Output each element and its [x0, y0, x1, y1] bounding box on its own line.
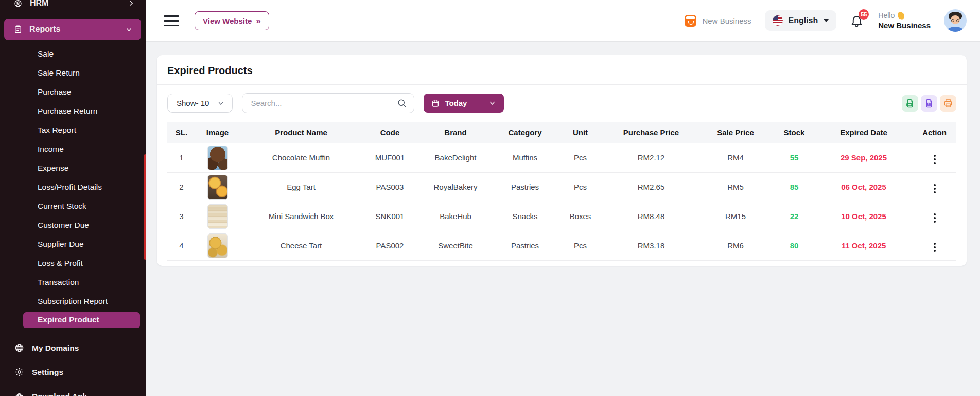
cell-code: SNK001 — [363, 202, 417, 231]
sidebar-item-purchase[interactable]: Purchase — [0, 82, 146, 101]
sidebar-item-purchase-return[interactable]: Purchase Return — [0, 101, 146, 120]
cell-category: Muffins — [494, 143, 556, 172]
table-controls: Show- 10 Today — [157, 85, 967, 122]
chevron-right-icon — [128, 0, 135, 7]
chevron-down-icon — [488, 99, 496, 107]
cell-sale-price: RM4 — [697, 143, 774, 172]
row-actions-menu-button[interactable] — [931, 182, 939, 195]
cell-sl: 1 — [167, 143, 196, 172]
row-actions-menu-button[interactable] — [931, 241, 939, 254]
column-header-image: Image — [196, 122, 239, 143]
cell-purchase-price: RM2.65 — [605, 172, 697, 202]
sidebar-item-settings[interactable]: Settings — [0, 360, 146, 384]
sidebar-item-label: Download Apk — [32, 392, 87, 396]
sidebar: HRM Reports Sale Sale Return Purchase Pu… — [0, 0, 146, 396]
user-avatar[interactable] — [944, 9, 967, 32]
user-greeting: Hello New Business — [878, 11, 931, 30]
cell-purchase-price: RM8.48 — [605, 202, 697, 231]
table-row: 3 Mini Sandwich Box SNK001 BakeHub Snack… — [167, 202, 956, 231]
cell-code: MUF001 — [363, 143, 417, 172]
greeting-label: Hello — [878, 11, 895, 20]
column-header-brand: Brand — [417, 122, 494, 143]
cell-unit: Boxes — [556, 202, 605, 231]
cell-brand: RoyalBakery — [417, 172, 494, 202]
sidebar-item-transaction[interactable]: Transaction — [0, 273, 146, 292]
column-header-purchase-price: Purchase Price — [605, 122, 697, 143]
us-flag-icon — [773, 15, 783, 26]
search-input[interactable] — [250, 98, 393, 108]
cell-brand: BakeHub — [417, 202, 494, 231]
calendar-icon — [431, 99, 440, 107]
sidebar-item-label: My Domains — [32, 344, 79, 353]
show-entries-select[interactable]: Show- 10 — [167, 94, 233, 113]
sidebar-item-current-stock[interactable]: Current Stock — [0, 196, 146, 215]
sidebar-item-sale-return[interactable]: Sale Return — [0, 63, 146, 82]
cell-sl: 4 — [167, 231, 196, 260]
column-header-code: Code — [363, 122, 417, 143]
column-header-sl: SL. — [167, 122, 196, 143]
column-header-stock: Stock — [774, 122, 815, 143]
people-gear-icon — [13, 0, 23, 8]
sidebar-item-supplier-due[interactable]: Supplier Due — [0, 235, 146, 254]
sidebar-item-hrm[interactable]: HRM — [0, 0, 146, 12]
sidebar-item-tax-report[interactable]: Tax Report — [0, 120, 146, 139]
row-actions-menu-button[interactable] — [931, 153, 939, 166]
sidebar-item-subscription-report[interactable]: Subscription Report — [0, 292, 146, 311]
globe-icon — [14, 343, 24, 353]
sidebar-item-sale[interactable]: Sale — [0, 44, 146, 63]
business-name-label: New Business — [702, 16, 751, 25]
sidebar-item-download-apk[interactable]: Download Apk — [0, 384, 146, 396]
user-name-label: New Business — [878, 21, 931, 30]
column-header-expired-date: Expired Date — [815, 122, 913, 143]
cell-stock: 55 — [774, 143, 815, 172]
app-screen: HRM Reports Sale Sale Return Purchase Pu… — [0, 0, 980, 396]
column-header-sale-price: Sale Price — [697, 122, 774, 143]
sidebar-item-income[interactable]: Income — [0, 139, 146, 158]
business-selector[interactable]: New Business — [685, 15, 751, 27]
store-icon — [685, 15, 696, 27]
expired-products-table: SL. Image Product Name Code Brand Catego… — [167, 122, 956, 261]
chevron-down-icon — [217, 100, 224, 107]
wave-hand-icon — [897, 11, 905, 20]
product-image — [207, 204, 228, 229]
hamburger-menu-button[interactable] — [162, 13, 181, 28]
sidebar-item-expense[interactable]: Expense — [0, 158, 146, 177]
cell-category: Pastries — [494, 172, 556, 202]
reports-submenu: Sale Sale Return Purchase Purchase Retur… — [0, 44, 146, 330]
gear-icon — [14, 367, 24, 377]
cell-expired-date: 10 Oct, 2025 — [815, 202, 913, 231]
row-actions-menu-button[interactable] — [931, 211, 939, 225]
cell-sale-price: RM6 — [697, 231, 774, 260]
column-header-product-name: Product Name — [239, 122, 363, 143]
sidebar-item-loss-and-profit[interactable]: Loss & Profit — [0, 254, 146, 273]
topbar: View Website » New Business English 55 — [146, 0, 980, 41]
column-header-action: Action — [913, 122, 956, 143]
sidebar-item-customer-due[interactable]: Customer Due — [0, 215, 146, 235]
page-title: Expired Products — [157, 55, 967, 85]
cell-code: PAS002 — [363, 231, 417, 260]
sidebar-item-loss-profit-details[interactable]: Loss/Profit Details — [0, 177, 146, 196]
sidebar-item-expired-product[interactable]: Expired Product — [0, 311, 146, 330]
date-filter-label: Today — [445, 99, 467, 107]
notifications-button[interactable]: 55 — [850, 14, 864, 28]
language-selector[interactable]: English — [765, 10, 837, 31]
cell-brand: SweetBite — [417, 231, 494, 260]
cell-unit: Pcs — [556, 231, 605, 260]
cell-stock: 22 — [774, 202, 815, 231]
column-header-category: Category — [494, 122, 556, 143]
export-csv-button[interactable] — [902, 95, 918, 112]
sidebar-item-my-domains[interactable]: My Domains — [0, 336, 146, 360]
cell-product-name: Egg Tart — [239, 172, 363, 202]
export-spreadsheet-button[interactable] — [921, 95, 937, 112]
print-button[interactable] — [940, 95, 956, 112]
main-area: View Website » New Business English 55 — [146, 0, 980, 396]
sidebar-item-label: Settings — [32, 368, 63, 377]
sidebar-scrollbar-thumb[interactable] — [144, 154, 146, 260]
export-buttons — [902, 95, 956, 112]
cell-product-name: Cheese Tart — [239, 231, 363, 260]
topbar-right: New Business English 55 Hello New — [685, 9, 967, 32]
date-filter-button[interactable]: Today — [424, 94, 504, 113]
view-website-button[interactable]: View Website » — [195, 11, 269, 30]
product-image — [207, 175, 228, 200]
sidebar-item-reports[interactable]: Reports — [4, 19, 141, 40]
